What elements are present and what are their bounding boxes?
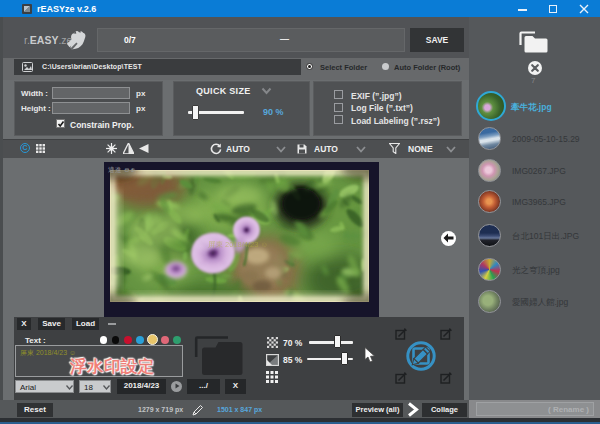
svg-text:屏東 2018/4/23 ☺: 屏東 2018/4/23 ☺: [208, 240, 268, 249]
